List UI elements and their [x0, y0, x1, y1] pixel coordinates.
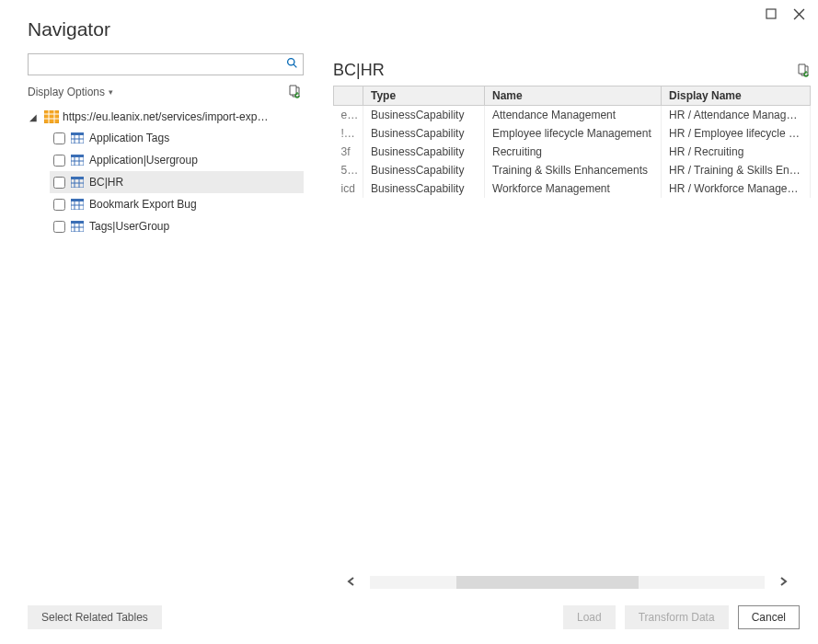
page-title: Navigator	[0, 0, 818, 53]
svg-rect-0	[766, 9, 776, 18]
table-icon	[71, 155, 84, 166]
table-cell: Training & Skills Enhancements	[485, 161, 662, 179]
horizontal-scrollbar[interactable]	[333, 573, 811, 592]
scroll-right-icon[interactable]	[765, 574, 801, 591]
svg-line-4	[294, 64, 296, 67]
table-icon	[71, 177, 84, 188]
tree-item-label: Application|Usergroup	[89, 154, 198, 167]
refresh-icon[interactable]	[287, 85, 302, 99]
svg-rect-26	[71, 199, 84, 201]
preview-table: Type Name Display Name efcBusinessCapabi…	[333, 86, 811, 198]
table-cell: efc	[334, 106, 363, 125]
search-icon[interactable]	[286, 57, 298, 72]
table-cell: icd	[334, 179, 363, 198]
table-row[interactable]: 3fBusinessCapabilityRecruitingHR / Recru…	[334, 143, 811, 161]
table-cell: BusinessCapability	[363, 143, 485, 161]
search-input-wrap	[28, 53, 304, 75]
chevron-down-icon: ▾	[109, 87, 113, 97]
tree-root[interactable]: ◢ https://eu.leanix.net/services/import-…	[28, 107, 304, 127]
tree-item[interactable]: Bookmark Export Bug	[50, 193, 304, 215]
table-row[interactable]: icdBusinessCapabilityWorkforce Managemen…	[334, 179, 811, 198]
preview-refresh-icon[interactable]	[796, 63, 811, 78]
col-header-display-name[interactable]: Display Name	[662, 86, 811, 106]
table-cell: Employee lifecycle Management	[485, 124, 662, 143]
tree-item-label: Bookmark Export Bug	[89, 198, 197, 211]
table-cell: 3f	[334, 143, 363, 161]
table-icon	[71, 221, 84, 232]
svg-rect-5	[44, 110, 59, 123]
table-cell: BusinessCapability	[363, 106, 485, 125]
display-options-label: Display Options	[28, 86, 105, 98]
svg-point-3	[288, 59, 294, 65]
svg-rect-16	[71, 155, 84, 157]
tree-item[interactable]: Application|Usergroup	[50, 149, 304, 171]
table-cell: HR / Recruiting	[662, 143, 811, 161]
tree-root-label: https://eu.leanix.net/services/import-ex…	[63, 110, 274, 123]
table-icon	[71, 199, 84, 210]
transform-data-button[interactable]: Transform Data	[625, 605, 729, 629]
preview-title: BC|HR	[333, 61, 385, 80]
table-cell: BusinessCapability	[363, 124, 485, 143]
load-button[interactable]: Load	[563, 605, 616, 629]
table-icon	[71, 132, 84, 144]
table-cell: 537	[334, 161, 363, 179]
tree-item-checkbox[interactable]	[53, 177, 65, 189]
display-options-dropdown[interactable]: Display Options ▾	[28, 86, 113, 98]
table-cell: BusinessCapability	[363, 179, 485, 198]
tree-item-checkbox[interactable]	[53, 132, 65, 144]
svg-rect-21	[71, 177, 84, 179]
table-cell: HR / Attendance Management	[662, 106, 811, 125]
table-cell: HR / Employee lifecycle Management	[662, 124, 811, 143]
table-cell: !11	[334, 124, 363, 143]
datasource-icon	[44, 110, 59, 123]
table-row[interactable]: efcBusinessCapabilityAttendance Manageme…	[334, 106, 811, 125]
tree-item-checkbox[interactable]	[53, 199, 65, 211]
col-header-name[interactable]: Name	[485, 86, 662, 106]
col-header-type[interactable]: Type	[363, 86, 485, 106]
col-header-id[interactable]	[334, 86, 363, 106]
maximize-icon[interactable]	[763, 6, 779, 22]
tree-item-label: BC|HR	[89, 176, 123, 189]
collapse-icon[interactable]: ◢	[29, 112, 40, 122]
table-row[interactable]: 537BusinessCapabilityTraining & Skills E…	[334, 161, 811, 179]
close-icon[interactable]	[790, 6, 807, 22]
table-cell: Workforce Management	[485, 179, 662, 198]
search-input[interactable]	[28, 53, 304, 75]
tree-item[interactable]: Tags|UserGroup	[50, 215, 304, 237]
tree-item-checkbox[interactable]	[53, 155, 65, 167]
tree-item-label: Tags|UserGroup	[89, 220, 169, 233]
table-row[interactable]: !11BusinessCapabilityEmployee lifecycle …	[334, 124, 811, 143]
table-cell: HR / Workforce Management	[662, 179, 811, 198]
table-cell: BusinessCapability	[363, 161, 485, 179]
tree-item-checkbox[interactable]	[53, 221, 65, 233]
tree-item[interactable]: BC|HR	[50, 171, 304, 193]
svg-rect-11	[71, 132, 84, 135]
table-cell: Recruiting	[485, 143, 662, 161]
scroll-left-icon[interactable]	[333, 574, 370, 591]
tree-item-label: Application Tags	[89, 132, 169, 144]
select-related-tables-button[interactable]: Select Related Tables	[28, 605, 162, 629]
cancel-button[interactable]: Cancel	[738, 605, 800, 629]
svg-rect-31	[71, 221, 84, 224]
scroll-track[interactable]	[370, 576, 765, 589]
scroll-thumb[interactable]	[456, 576, 638, 589]
tree-item[interactable]: Application Tags	[50, 127, 304, 149]
table-cell: HR / Training & Skills Enhancements	[662, 161, 811, 179]
table-cell: Attendance Management	[485, 106, 662, 125]
